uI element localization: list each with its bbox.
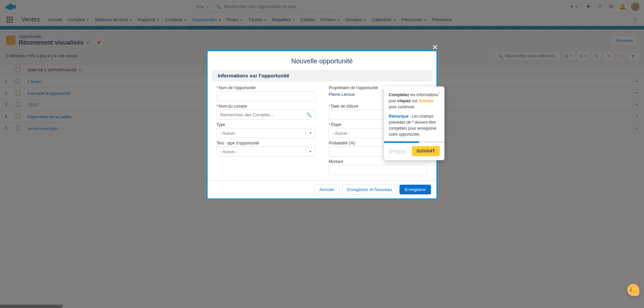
modal-close-button[interactable]: × [432,42,438,53]
field-account: *Nom du compte 🔍 [216,104,315,120]
cancel-button[interactable]: Annuler [314,185,339,194]
save-and-new-button[interactable]: Enregistrer et Nouveau [342,185,397,194]
tooltip-next-button[interactable]: SUIVANT [412,146,440,156]
test-type-select[interactable]: - Aucun - ▼ [216,146,315,157]
caret-down-icon: ▼ [306,147,315,156]
field-opportunity-name: *Nom de l'opportunité [216,85,315,101]
search-icon: 🔍 [306,112,312,117]
save-button[interactable]: Enregistrer [399,185,431,194]
tooltip-close-button[interactable]: × [438,90,441,96]
field-test-type: Test - type d'opportunité - Aucun - ▼ [216,141,315,157]
type-select[interactable]: - Aucun - ▼ [216,128,315,138]
field-amount: Montant [329,159,428,175]
account-lookup[interactable]: 🔍 [216,110,315,120]
tooltip-body: Complétez les informations puis cliquez … [389,92,440,137]
field-type: Type - Aucun - ▼ [216,122,315,138]
caret-down-icon: ▼ [306,128,315,138]
opportunity-name-input[interactable] [220,94,312,99]
amount-input[interactable] [332,168,424,173]
guidance-tooltip: × Complétez les informations puis clique… [384,86,444,160]
modal-title: Nouvelle opportunité [208,51,436,70]
lemon-logo: lemon [389,147,405,155]
tooltip-progress [384,141,444,143]
section-header: Informations sur l'opportunité [212,70,432,81]
help-bubble-button[interactable]: 🍋 [627,284,639,296]
account-lookup-input[interactable] [220,112,306,117]
